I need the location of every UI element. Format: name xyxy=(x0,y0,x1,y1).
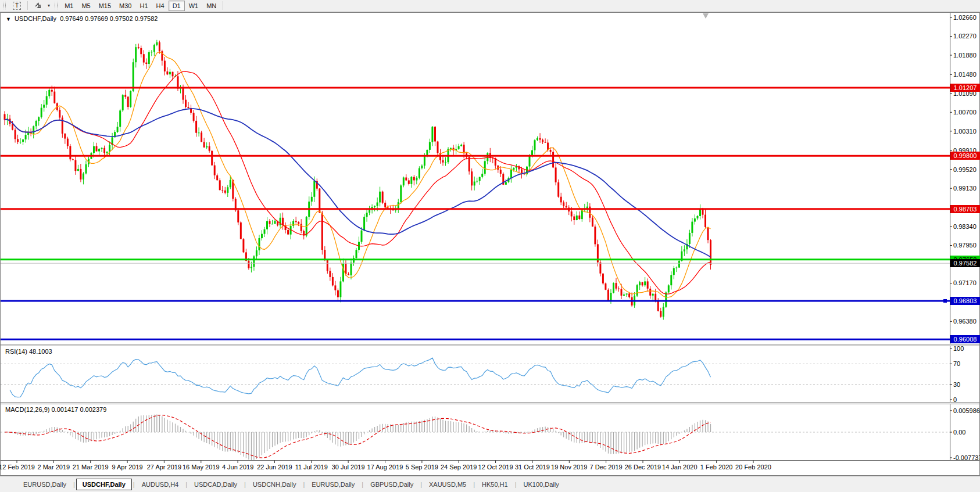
candles xyxy=(4,40,712,320)
ma-line-25 xyxy=(5,71,711,294)
toolbar: T ▾ M1M5M15M30H1H4D1W1MN xyxy=(0,0,980,12)
rsi-tick: 70 xyxy=(953,360,960,367)
date-tick: 16 May 2019 xyxy=(183,464,220,471)
rsi-tick: 0 xyxy=(953,396,957,403)
chart-tab-eurusd-daily[interactable]: EURUSD,Daily xyxy=(306,479,360,490)
date-tick: 5 Sep 2019 xyxy=(406,464,438,471)
level-price-label-support: 0.96008 xyxy=(950,335,980,343)
date-tick: 7 Dec 2019 xyxy=(589,464,622,471)
timeframe-button-m1[interactable]: M1 xyxy=(60,1,77,11)
toolbar-grip[interactable] xyxy=(3,2,6,9)
timeframe-button-h1[interactable]: H1 xyxy=(136,1,152,11)
tab-separator: | xyxy=(419,481,423,488)
chart-tab-hk50-h1[interactable]: HK50,H1 xyxy=(476,479,514,490)
price-tick: 0.96380 xyxy=(953,318,977,325)
macd-signal-line xyxy=(5,415,711,458)
date-tick: 19 Nov 2019 xyxy=(551,464,587,471)
rsi-tick: 100 xyxy=(953,345,964,352)
chart-tab-uk100-daily[interactable]: UK100,Daily xyxy=(518,479,565,490)
price-tick: 1.00700 xyxy=(953,109,977,116)
price-tick: 0.99130 xyxy=(953,185,977,192)
rsi-label: RSI(14) 48.1003 xyxy=(5,348,52,355)
date-tick: 12 Oct 2019 xyxy=(478,464,513,471)
macd-label: MACD(12,26,9) 0.001417 0.002379 xyxy=(5,406,106,413)
price-tick: 1.00310 xyxy=(953,128,977,135)
date-tick: 11 Jul 2019 xyxy=(295,464,328,471)
collapse-icon[interactable]: ▼ xyxy=(6,16,11,22)
toolbar-grip[interactable] xyxy=(55,2,58,9)
chart-tabs-bar: EURUSD,Daily|USDCHF,Daily|AUDUSD,H4|USDC… xyxy=(0,476,980,492)
date-tick: 27 Apr 2019 xyxy=(147,464,181,471)
timeframe-button-h4[interactable]: H4 xyxy=(152,1,169,11)
macd-tick: 0.005986 xyxy=(953,407,980,414)
level-price-label-support: 0.96803 xyxy=(950,297,980,305)
timeframe-button-m15[interactable]: M15 xyxy=(95,1,115,11)
toolbar-separator xyxy=(27,1,28,10)
date-tick: 4 Jun 2019 xyxy=(222,464,253,471)
timeframe-button-m5[interactable]: M5 xyxy=(77,1,94,11)
level-price-label-resistance: 1.01207 xyxy=(950,84,980,92)
timeframe-button-mn[interactable]: MN xyxy=(202,1,220,11)
tab-separator: | xyxy=(72,481,76,488)
chart-tab-usdchf-daily[interactable]: USDCHF,Daily xyxy=(76,479,132,490)
timeframe-button-group: M1M5M15M30H1H4D1W1MN xyxy=(60,1,220,11)
ma-line-10 xyxy=(5,52,711,297)
chart-title: ▼USDCHF,Daily 0.97649 0.97669 0.97502 0.… xyxy=(6,15,158,22)
chart-tab-xauusd-m5[interactable]: XAUUSD,M5 xyxy=(423,479,472,490)
price-tick: 1.02660 xyxy=(953,14,977,21)
tab-separator: | xyxy=(132,481,136,488)
level-price-label-current-price: 0.97582 xyxy=(950,259,980,267)
price-tick: 0.98340 xyxy=(953,223,977,230)
ohlc-label: 0.97649 0.97669 0.97502 0.97582 xyxy=(60,15,158,22)
tab-separator: | xyxy=(472,481,476,488)
toolbar-separator xyxy=(223,1,223,10)
date-tick: 9 Apr 2019 xyxy=(112,464,142,471)
date-tick: 22 Jun 2019 xyxy=(257,464,292,471)
date-tick: 30 Jul 2019 xyxy=(332,464,365,471)
level-price-label-resistance: 0.98703 xyxy=(950,205,980,213)
date-tick: 2 Mar 2019 xyxy=(38,464,70,471)
chart-tab-audusd-h4[interactable]: AUDUSD,H4 xyxy=(136,479,185,490)
time-axis-line xyxy=(1,460,979,461)
text-tool-button[interactable]: T xyxy=(9,1,25,11)
date-tick: 26 Dec 2019 xyxy=(625,464,661,471)
ma-line-60 xyxy=(5,109,711,257)
tab-separator: | xyxy=(302,481,306,488)
date-tick: 24 Sep 2019 xyxy=(441,464,477,471)
price-tick: 1.02270 xyxy=(953,33,977,39)
arrows-icon xyxy=(34,2,42,9)
date-tick: 21 Mar 2019 xyxy=(73,464,109,471)
chart-tab-usdcad-daily[interactable]: USDCAD,Daily xyxy=(188,479,243,490)
tool-dropdown-caret[interactable]: ▾ xyxy=(46,1,52,11)
tab-separator: | xyxy=(184,481,188,488)
price-tick: 0.99520 xyxy=(953,166,977,173)
date-tick: 20 Feb 2020 xyxy=(735,464,771,471)
date-tick: 17 Aug 2019 xyxy=(367,464,403,471)
rsi-tick: 30 xyxy=(953,381,960,388)
tab-separator: | xyxy=(360,481,364,488)
macd-histogram xyxy=(5,414,711,460)
pane-separator-rsi[interactable] xyxy=(1,344,979,346)
price-tick: 1.01480 xyxy=(953,71,977,78)
chart-tab-usdcnh-daily[interactable]: USDCNH,Daily xyxy=(247,479,302,490)
chart-canvas[interactable] xyxy=(0,0,980,492)
timeframe-button-d1[interactable]: D1 xyxy=(169,1,185,11)
symbol-label: USDCHF,Daily xyxy=(15,15,56,22)
timeframe-button-w1[interactable]: W1 xyxy=(185,1,203,11)
pane-separator-macd[interactable] xyxy=(1,402,979,404)
chart-shift-marker[interactable] xyxy=(703,13,709,19)
hline-drag-handle[interactable] xyxy=(943,299,947,303)
chart-tab-eurusd-daily[interactable]: EURUSD,Daily xyxy=(17,479,72,490)
date-tick: 12 Feb 2019 xyxy=(0,464,35,471)
price-tick: 0.97170 xyxy=(953,279,977,286)
date-tick: 31 Oct 2019 xyxy=(515,464,550,471)
price-tick: 1.01880 xyxy=(953,52,977,59)
macd-tick: 0.00 xyxy=(953,429,965,436)
tab-separator: | xyxy=(514,481,518,488)
date-tick: 1 Feb 2020 xyxy=(700,464,733,471)
arrows-tool-button[interactable] xyxy=(30,1,46,11)
price-tick: 0.97950 xyxy=(953,242,977,249)
macd-tick: -0.007737 xyxy=(953,454,980,461)
timeframe-button-m30[interactable]: M30 xyxy=(115,1,135,11)
chart-tab-gbpusd-daily[interactable]: GBPUSD,Daily xyxy=(364,479,419,490)
